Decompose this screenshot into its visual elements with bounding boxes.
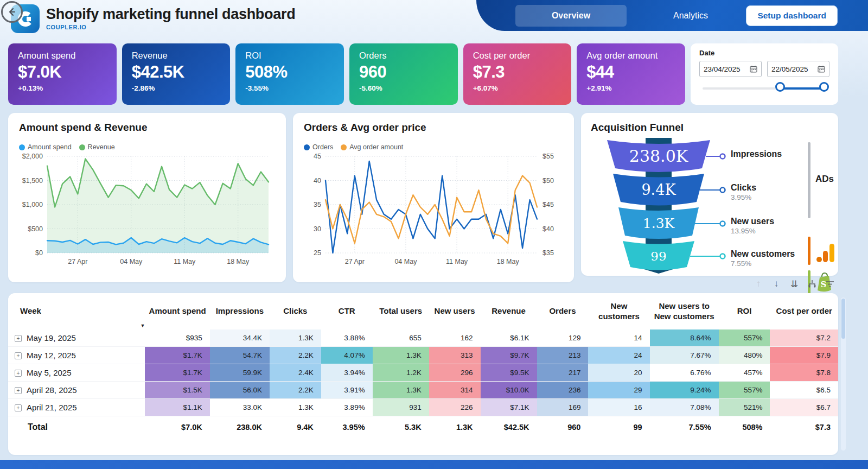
data-cell[interactable]: 20 <box>588 364 649 381</box>
data-cell[interactable]: $9.7K <box>481 346 537 364</box>
data-cell[interactable]: $7.1K <box>481 398 537 416</box>
data-cell[interactable]: 56.0K <box>210 381 270 398</box>
data-cell[interactable]: 1.2K <box>373 364 429 381</box>
date-end-input[interactable]: 22/05/2025 <box>767 61 829 77</box>
data-cell[interactable]: 236 <box>537 381 589 398</box>
data-cell[interactable]: $9.5K <box>481 364 537 381</box>
data-cell[interactable]: 217 <box>537 364 589 381</box>
expand-all-levels-icon[interactable] <box>807 278 818 289</box>
data-cell[interactable]: 457% <box>719 364 770 381</box>
column-header-ctr[interactable]: CTR <box>321 296 373 323</box>
column-header-week[interactable]: Week <box>8 296 145 323</box>
legend-item[interactable]: Orders <box>304 143 333 151</box>
week-cell[interactable]: +May 12, 2025 <box>8 346 145 364</box>
legend-item[interactable]: Revenue <box>79 143 115 151</box>
column-header-orders[interactable]: Orders <box>537 296 589 323</box>
data-cell[interactable]: 2.4K <box>270 364 321 381</box>
data-cell[interactable]: 162 <box>429 329 481 347</box>
data-cell[interactable]: 4.07% <box>321 346 373 364</box>
column-header-total-users[interactable]: Total users <box>373 296 429 323</box>
data-cell[interactable]: 521% <box>719 398 770 416</box>
data-cell[interactable]: 14 <box>588 329 649 347</box>
data-cell[interactable]: $1.5K <box>145 381 209 398</box>
data-cell[interactable]: $10.0K <box>481 381 537 398</box>
week-cell[interactable]: +May 19, 2025 <box>8 329 145 347</box>
data-cell[interactable]: $935 <box>145 329 209 347</box>
expand-row-icon[interactable]: + <box>15 387 22 394</box>
data-cell[interactable]: 16 <box>588 398 649 416</box>
filters-icon[interactable] <box>825 278 835 289</box>
column-header-revenue[interactable]: Revenue <box>481 296 537 323</box>
data-cell[interactable]: $1.7K <box>145 364 209 381</box>
back-button[interactable] <box>1 1 23 23</box>
data-cell[interactable]: 1.3K <box>270 398 321 416</box>
data-cell[interactable]: 1.3K <box>270 329 321 347</box>
column-header-cost-per-order[interactable]: Cost per order <box>770 296 838 323</box>
data-cell[interactable]: 34.4K <box>210 329 270 347</box>
drill-down-icon[interactable]: ↓ <box>771 278 782 289</box>
data-cell[interactable]: 169 <box>537 398 589 416</box>
data-cell[interactable]: 3.91% <box>321 381 373 398</box>
slider-handle-start[interactable] <box>775 82 785 92</box>
expand-row-icon[interactable]: + <box>15 352 22 359</box>
data-cell[interactable]: 213 <box>537 346 589 364</box>
data-cell[interactable]: 296 <box>429 364 481 381</box>
data-cell[interactable]: 3.88% <box>321 329 373 347</box>
data-cell[interactable]: $7.9 <box>770 346 838 364</box>
table-scrollbar[interactable] <box>841 297 846 451</box>
column-header-impressions[interactable]: Impressions <box>210 296 270 323</box>
slider-handle-end[interactable] <box>819 82 829 92</box>
expand-row-icon[interactable]: + <box>15 335 22 342</box>
data-cell[interactable]: 655 <box>373 329 429 347</box>
data-cell[interactable]: 313 <box>429 346 481 364</box>
data-cell[interactable]: $6.7 <box>770 398 838 416</box>
expand-row-icon[interactable]: + <box>15 404 22 411</box>
data-cell[interactable]: 557% <box>719 329 770 347</box>
data-cell[interactable]: $6.1K <box>481 329 537 347</box>
data-cell[interactable]: 557% <box>719 381 770 398</box>
data-cell[interactable]: 29 <box>588 381 649 398</box>
table-scrollbar-thumb[interactable] <box>841 299 845 339</box>
data-cell[interactable]: 6.76% <box>650 364 719 381</box>
data-cell[interactable]: 33.0K <box>210 398 270 416</box>
data-cell[interactable]: 7.08% <box>650 398 719 416</box>
data-cell[interactable]: 8.64% <box>650 329 719 347</box>
week-cell[interactable]: +April 28, 2025 <box>8 381 145 398</box>
data-cell[interactable]: 314 <box>429 381 481 398</box>
data-cell[interactable]: 3.89% <box>321 398 373 416</box>
data-cell[interactable]: 7.67% <box>650 346 719 364</box>
week-cell[interactable]: +April 21, 2025 <box>8 398 145 416</box>
data-cell[interactable]: 480% <box>719 346 770 364</box>
column-header-clicks[interactable]: Clicks <box>270 296 321 323</box>
data-cell[interactable]: 59.9K <box>210 364 270 381</box>
column-header-roi[interactable]: ROI <box>719 296 770 323</box>
column-header-new-users-to-new-customers[interactable]: New users to New customers <box>650 296 719 323</box>
column-header-new-customers[interactable]: New customers <box>588 296 649 323</box>
column-header-amount-spend[interactable]: Amount spend <box>145 296 209 323</box>
data-cell[interactable]: 9.24% <box>650 381 719 398</box>
week-cell[interactable]: +May 5, 2025 <box>8 364 145 381</box>
data-cell[interactable]: $6.5 <box>770 381 838 398</box>
data-cell[interactable]: $1.7K <box>145 346 209 364</box>
column-header-new-users[interactable]: New users <box>429 296 481 323</box>
legend-item[interactable]: Amount spend <box>19 143 72 151</box>
data-cell[interactable]: $7.8 <box>770 364 838 381</box>
date-start-input[interactable]: 23/04/2025 <box>699 61 762 77</box>
data-cell[interactable]: 1.3K <box>373 346 429 364</box>
tab-analytics[interactable]: Analytics <box>655 5 726 27</box>
legend-item[interactable]: Avg order amount <box>341 143 403 151</box>
data-cell[interactable]: 2.2K <box>270 381 321 398</box>
data-cell[interactable]: 226 <box>429 398 481 416</box>
data-cell[interactable]: 2.2K <box>270 346 321 364</box>
data-cell[interactable]: $7.2 <box>770 329 838 347</box>
tab-overview[interactable]: Overview <box>515 5 627 27</box>
expand-row-icon[interactable]: + <box>15 370 22 377</box>
week-sort-indicator[interactable]: ▼ <box>8 323 145 329</box>
data-cell[interactable]: 24 <box>588 346 649 364</box>
drill-up-icon[interactable]: ↑ <box>753 278 764 289</box>
data-cell[interactable]: 931 <box>373 398 429 416</box>
data-cell[interactable]: 1.3K <box>373 381 429 398</box>
setup-dashboard-button[interactable]: Setup dashboard <box>746 5 838 26</box>
data-cell[interactable]: 129 <box>537 329 589 347</box>
expand-next-level-icon[interactable]: ⇊ <box>789 278 800 289</box>
